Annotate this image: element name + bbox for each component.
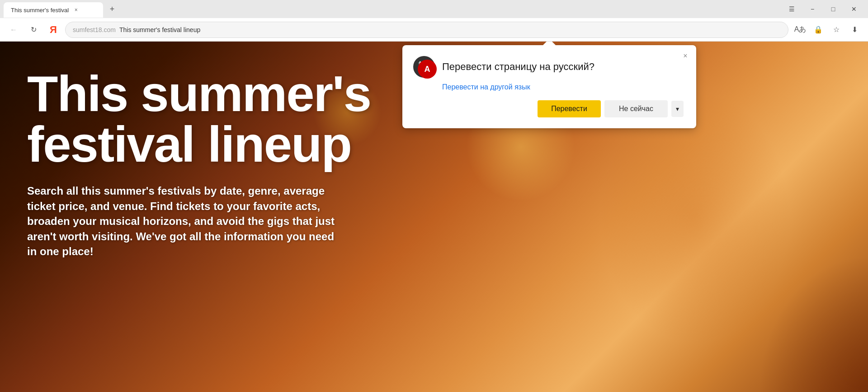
refresh-button[interactable]: ↻ [25,22,42,38]
new-tab-button[interactable]: + [105,2,119,16]
minimize-button[interactable]: − [802,0,823,18]
close-button[interactable]: ✕ [844,0,864,18]
translate-inner-icon: A [418,60,437,79]
translate-icon-button[interactable]: Aあ [792,22,808,38]
window-controls: ☰ − □ ✕ [781,0,864,18]
popup-close-button[interactable]: × [680,51,691,61]
maximize-button[interactable]: □ [823,0,844,18]
hero-subtext: Search all this summer's festivals by da… [27,183,344,259]
tab-bar: This summer's festival × + ☰ − □ ✕ [0,0,868,18]
hero-headline: This summer's festival lineup [27,69,461,170]
yandex-logo[interactable]: Я [45,22,61,38]
nav-right-icons: Aあ 🔒 ☆ ⬇ [792,22,863,38]
popup-title: Перевести страницу на русский? [442,61,594,73]
hero-headline-line1: This summer's [27,69,461,119]
a-letter-icon: A [425,65,430,74]
dropdown-button[interactable]: ▾ [671,101,684,117]
active-tab[interactable]: This summer's festival × [4,2,103,18]
popup-actions: Перевести Не сейчас ▾ [413,100,684,117]
hero-headline-line2: festival lineup [27,119,461,170]
not-now-button[interactable]: Не сейчас [604,100,668,117]
lock-icon-button[interactable]: 🔒 [810,22,826,38]
nav-bar: ← ↻ Я sumfest18.com This summer's festiv… [0,18,868,42]
translate-button[interactable]: Перевести [538,100,601,117]
other-language-link[interactable]: Перевести на другой язык [442,83,684,91]
page-content: This summer's festival lineup Search all… [0,42,868,392]
browser-chrome: This summer's festival × + ☰ − □ ✕ ← ↻ Я… [0,0,868,42]
address-domain: sumfest18.com [73,26,116,33]
address-page-title: This summer's festival lineup [119,26,200,33]
hero-text-container: This summer's festival lineup Search all… [27,69,461,259]
tab-title: This summer's festival [11,7,69,14]
tab-close-button[interactable]: × [72,6,80,14]
address-bar[interactable]: sumfest18.com This summer's festival lin… [65,22,788,38]
hero-background: This summer's festival lineup Search all… [0,42,868,392]
menu-button[interactable]: ☰ [781,0,802,18]
back-button[interactable]: ← [5,22,22,38]
popup-header: 訳 A Перевести страницу на русский? [413,56,684,78]
download-icon-button[interactable]: ⬇ [846,22,863,38]
translate-icon-badge: 訳 A [413,56,435,78]
bookmark-icon-button[interactable]: ☆ [828,22,844,38]
translate-popup: × 訳 A Перевести страницу на русский? Пер… [402,45,696,128]
